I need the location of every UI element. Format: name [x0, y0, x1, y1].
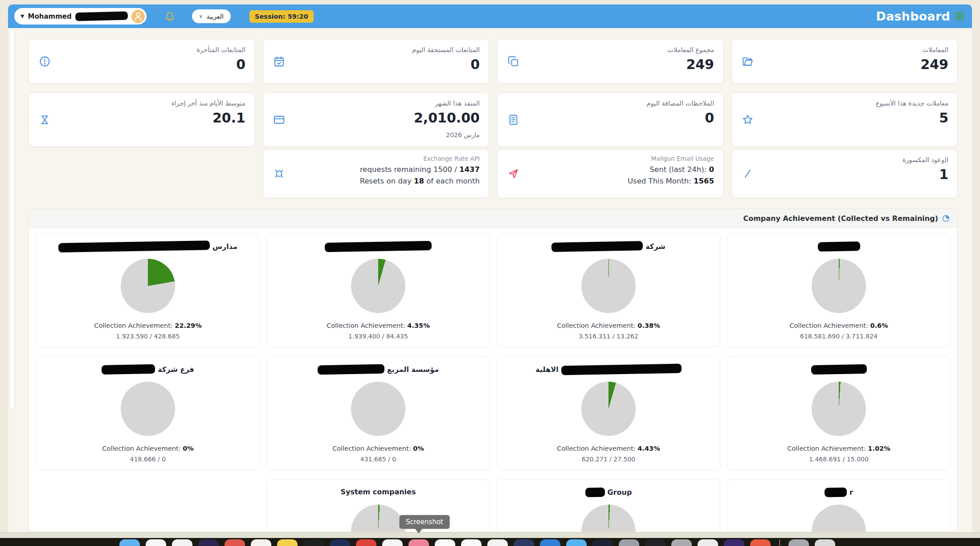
dock-app-icon[interactable] [750, 539, 771, 546]
company-title: r [727, 488, 950, 497]
note-document-icon [507, 114, 519, 126]
stat-card-exchange-rate-api: Exchange Rate API requests remaining 150… [263, 149, 489, 198]
pie-chart [351, 505, 405, 532]
stat-value: 249 [920, 57, 948, 72]
company-card: الاهليةCollection Achievement: 4.43%620.… [497, 356, 720, 470]
stat-title: Exchange Rate API [360, 155, 480, 162]
dock-app-icon[interactable] [724, 539, 744, 546]
folder-open-icon [742, 56, 754, 68]
dock-app-icon[interactable] [435, 539, 455, 546]
redacted-company-name [325, 241, 432, 252]
screenshot-tooltip: Screenshot [399, 515, 450, 529]
pie-chart [351, 259, 405, 313]
pie-chart [812, 505, 866, 532]
collection-achievement-label: Collection Achievement: 0.6% [727, 322, 950, 329]
company-name-text: مؤسسة المربع [387, 365, 439, 374]
stat-title: معاملات جديدة هذا الأسبوع [876, 100, 948, 107]
stat-card-overdue-followups: المتابعات المتأخرة 0 [29, 39, 255, 84]
stat-card-broken-promises: الوعود المكسورة 1 [731, 149, 958, 198]
redacted-user-name [75, 11, 127, 21]
pie-chart [351, 382, 405, 436]
hourglass-icon [39, 114, 51, 126]
app-window: ▼ Mohammed ∨ العربية Session: 59:20 Dash… [8, 4, 972, 532]
company-card: Collection Achievement: 4.35%1.939.400 /… [266, 233, 490, 347]
redacted-company-name [825, 488, 847, 497]
dock-app-icon[interactable] [815, 539, 835, 546]
dock-app-icon[interactable] [788, 539, 809, 546]
dock-app-icon[interactable] [251, 539, 271, 546]
collection-achievement-label: Collection Achievement: 4.43% [497, 445, 720, 452]
dock-app-icon[interactable] [592, 539, 613, 546]
dock-app-icon[interactable] [356, 539, 376, 546]
stat-value: 0 [470, 57, 480, 72]
dock-app-icon[interactable] [487, 539, 508, 546]
stat-value: 1 [939, 167, 948, 182]
redacted-company-name [551, 241, 643, 252]
company-card: فرع شركةCollection Achievement: 0%418.66… [36, 356, 260, 470]
dock-app-icon[interactable] [619, 539, 639, 546]
collection-ratio: 1.923.590 / 428.685 [37, 333, 259, 340]
company-title: Group [497, 488, 720, 497]
company-name-text: الاهلية [535, 365, 558, 374]
company-title: شركة [497, 242, 720, 251]
dock-app-icon[interactable] [540, 539, 560, 546]
dock-app-icon[interactable] [514, 539, 534, 546]
calendar-check-icon [273, 56, 285, 68]
pie-chart-icon [942, 214, 950, 223]
company-card: مؤسسة المربعCollection Achievement: 0%43… [266, 356, 490, 470]
mailgun-month-line: Used This Month: 1565 [628, 175, 714, 187]
pie-chart [581, 505, 636, 532]
stat-card-avg-days: متوسط الأيام منذ آخر إجراء 20.1 [29, 93, 255, 147]
dock-app-icon[interactable] [461, 539, 482, 546]
dock-app-icon[interactable] [225, 539, 245, 546]
company-name-text: مدارس [212, 242, 237, 251]
stat-card-transactions: المعاملات 249 [731, 39, 958, 84]
company-title: الاهلية [497, 365, 720, 374]
dock-app-icon[interactable] [645, 539, 666, 546]
stat-value: 5 [939, 110, 948, 126]
dock-app-icon[interactable] [277, 539, 298, 546]
collection-achievement-label: Collection Achievement: 22.29% [37, 322, 259, 329]
pie-chart [812, 259, 866, 313]
company-title: مؤسسة المربع [267, 365, 490, 374]
dock-app-icon[interactable] [119, 539, 140, 546]
dock-app-icon[interactable] [671, 539, 692, 546]
avatar [131, 10, 145, 23]
api-reset-line: Resets on day 18 of each month [360, 175, 480, 187]
dock-app-icon[interactable] [330, 539, 350, 546]
paper-plane-icon [507, 168, 519, 180]
stat-title: الملاحظات المضافة اليوم [647, 100, 714, 107]
language-selector[interactable]: ∨ العربية [192, 9, 231, 23]
dock-app-icon[interactable] [566, 539, 587, 546]
company-card: Collection Achievement: 0.6%618.581.690 … [727, 233, 951, 347]
vertical-scrollbar[interactable] [9, 30, 15, 409]
dock-app-icon[interactable] [198, 539, 219, 546]
company-name-text: System companies [341, 488, 416, 496]
macos-dock[interactable] [0, 538, 980, 546]
stat-title: المتابعات المتأخرة [196, 46, 245, 53]
api-requests-line: requests remaining 1500 / 1437 [360, 164, 480, 175]
dock-app-icon[interactable] [408, 539, 429, 546]
stat-value: 20.1 [212, 110, 245, 126]
panel-title: Company Achievement (Collected vs Remain… [743, 214, 938, 223]
stat-title: Mailgun Email Usage [628, 155, 714, 162]
dock-app-icon[interactable] [303, 539, 324, 546]
page-title: Dashboard [876, 9, 950, 23]
notifications-bell-icon[interactable] [164, 11, 175, 22]
company-card: r [727, 479, 951, 532]
user-menu[interactable]: ▼ Mohammed [14, 8, 147, 24]
dock-app-icon[interactable] [382, 539, 403, 546]
copy-icon [507, 56, 519, 68]
collection-ratio: 1.468.691 / 15.000 [727, 456, 950, 463]
company-name-text: r [849, 488, 853, 497]
mailgun-sent-line: Sent (last 24h): 0 [628, 164, 714, 175]
redacted-company-name [318, 364, 384, 375]
company-achievement-panel: Company Achievement (Collected vs Remain… [29, 208, 958, 532]
dock-app-icon[interactable] [698, 539, 718, 546]
collection-ratio: 431.685 / 0 [267, 456, 490, 463]
dock-app-icon[interactable] [172, 539, 192, 546]
company-card: System companies [266, 479, 490, 532]
stat-value: 0 [705, 110, 714, 126]
stat-card-mailgun-usage: Mailgun Email Usage Sent (last 24h): 0 U… [497, 149, 723, 198]
dock-app-icon[interactable] [146, 539, 166, 546]
